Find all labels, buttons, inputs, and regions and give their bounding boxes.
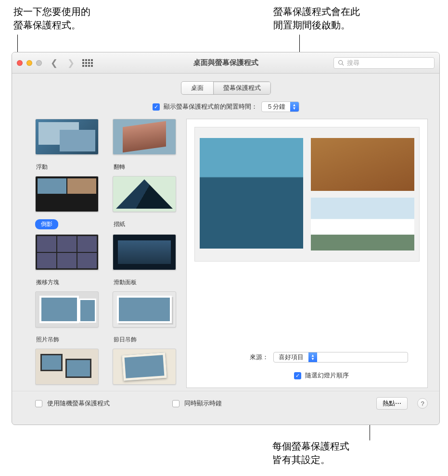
saver-thumb (35, 234, 99, 270)
chevron-updown-icon: ▲▼ (290, 102, 299, 112)
idle-select[interactable]: ５分鐘 ▲▼ (261, 101, 299, 112)
titlebar: ❮ ❯ 桌面與螢幕保護程式 搜尋 (12, 52, 439, 74)
bottom-row: 使用隨機螢幕保護程式 同時顯示時鐘 熱點⋯ ? (12, 391, 439, 410)
tab-screensaver[interactable]: 螢幕保護程式 (214, 82, 270, 94)
random-saver-label: 使用隨機螢幕保護程式 (47, 399, 110, 408)
saver-item-holiday[interactable]: 節日吊飾 (113, 291, 179, 344)
saver-item-photo[interactable]: 照片吊飾 (35, 291, 102, 344)
saver-item-slide[interactable]: 滑動面板 (113, 234, 179, 287)
saver-label: 摺紙 (113, 219, 125, 228)
saver-item-origami[interactable]: 摺紙 (113, 176, 179, 229)
tab-desktop[interactable]: 桌面 (181, 82, 214, 94)
callout-idle-period: 螢幕保護程式會在此 閒置期間後啟動。 (273, 5, 360, 32)
search-field[interactable]: 搜尋 (333, 57, 435, 69)
saver-thumb (113, 349, 176, 385)
chevron-updown-icon: ▲▼ (308, 352, 317, 362)
callout-click-saver: 按一下您要使用的 螢幕保護程式。 (13, 5, 90, 32)
screensaver-list[interactable]: 浮動翻轉倒影摺紙搬移方塊滑動面板照片吊飾節日吊飾照片牆懷舊列印 (35, 119, 179, 388)
random-saver-checkbox[interactable] (35, 400, 42, 407)
search-icon (338, 60, 344, 66)
preview-image (194, 127, 420, 262)
saver-thumb (113, 176, 176, 212)
traffic-lights (17, 60, 42, 66)
saver-thumb (113, 119, 176, 155)
minimize-button[interactable] (26, 60, 32, 66)
saver-item-flip[interactable]: 翻轉 (113, 119, 179, 171)
close-button[interactable] (17, 60, 23, 66)
random-slides-checkbox[interactable]: ✓ (294, 372, 301, 379)
source-value: 喜好項目 (274, 353, 308, 362)
idle-select-value: ５分鐘 (262, 102, 290, 111)
saver-thumb (35, 291, 99, 327)
saver-thumb (113, 291, 176, 327)
saver-item-float[interactable]: 浮動 (35, 119, 102, 171)
saver-label: 滑動面板 (113, 277, 137, 287)
saver-label: 翻轉 (113, 162, 125, 171)
saver-settings: 來源： 喜好項目 ▲▼ ✓ 隨選幻燈片順序 (194, 347, 420, 380)
hot-corners-button[interactable]: 熱點⋯ (376, 397, 408, 410)
callout-each-settings: 每個螢幕保護程式 皆有其設定。 (272, 439, 349, 466)
forward-button[interactable]: ❯ (67, 58, 75, 68)
saver-thumb (35, 349, 99, 385)
saver-thumb (35, 119, 99, 155)
idle-row: ✓ 顯示螢幕保護程式前的閒置時間： ５分鐘 ▲▼ (12, 99, 439, 119)
saver-item-shift[interactable]: 搬移方塊 (35, 234, 102, 287)
show-clock-checkbox[interactable] (172, 400, 179, 407)
zoom-button[interactable] (36, 60, 42, 66)
saver-label: 照片吊飾 (35, 335, 59, 344)
source-label: 來源： (250, 353, 269, 362)
prefs-window: ❮ ❯ 桌面與螢幕保護程式 搜尋 桌面 螢幕保護程式 ✓ 顯示螢幕保護程式前的閒… (12, 52, 440, 425)
svg-line-1 (342, 64, 344, 65)
show-all-icon[interactable] (82, 59, 93, 67)
random-slides-label: 隨選幻燈片順序 (305, 371, 349, 380)
saver-thumb (113, 234, 176, 270)
saver-label: 搬移方塊 (35, 277, 59, 287)
window-title: 桌面與螢幕保護程式 (193, 58, 258, 67)
saver-item-wall[interactable]: 照片牆 (35, 349, 102, 388)
preview-panel: 來源： 喜好項目 ▲▼ ✓ 隨選幻燈片順序 (186, 119, 428, 388)
back-button[interactable]: ❮ (51, 58, 58, 68)
help-button[interactable]: ? (417, 398, 428, 409)
saver-label: 節日吊飾 (113, 335, 137, 344)
search-placeholder: 搜尋 (347, 59, 359, 67)
saver-item-reflect[interactable]: 倒影 (35, 176, 102, 229)
nav-arrows: ❮ ❯ (51, 58, 75, 68)
saver-label: 浮動 (35, 162, 48, 171)
source-select[interactable]: 喜好項目 ▲▼ (273, 352, 408, 363)
saver-label: 倒影 (35, 219, 58, 229)
saver-item-vintage[interactable]: 懷舊列印 (113, 349, 179, 388)
tab-segment: 桌面 螢幕保護程式 (181, 81, 271, 95)
show-clock-label: 同時顯示時鐘 (184, 399, 222, 408)
idle-checkbox[interactable]: ✓ (153, 103, 160, 111)
svg-point-0 (339, 61, 343, 64)
idle-label: 顯示螢幕保護程式前的閒置時間： (164, 102, 257, 111)
saver-thumb (35, 176, 99, 212)
